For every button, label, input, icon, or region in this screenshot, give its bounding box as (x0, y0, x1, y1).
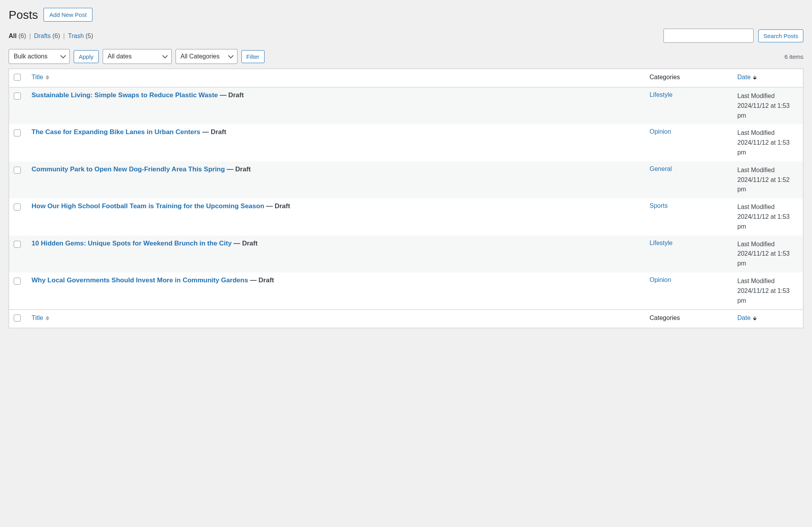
page-title: Posts (9, 8, 38, 22)
table-row: The Case for Expanding Bike Lanes in Urb… (9, 124, 803, 161)
column-date-sort[interactable]: Date (738, 74, 757, 81)
apply-button[interactable]: Apply (74, 50, 99, 63)
table-row: How Our High School Football Team is Tra… (9, 198, 803, 235)
post-title-link[interactable]: 10 Hidden Gems: Unique Spots for Weekend… (32, 240, 232, 247)
sort-icon (753, 316, 757, 320)
view-filters: All (6) | Drafts (6) | Trash (5) (9, 33, 93, 40)
column-date-label: Date (738, 74, 751, 81)
post-title-link[interactable]: The Case for Expanding Bike Lanes in Urb… (32, 128, 201, 136)
date-modified: Last Modified2024/11/12 at 1:53 pm (738, 276, 799, 305)
category-link[interactable]: General (650, 165, 672, 172)
column-title-label: Title (32, 74, 44, 81)
table-row: Community Park to Open New Dog-Friendly … (9, 162, 803, 198)
category-link[interactable]: Sports (650, 202, 668, 209)
sort-icon (45, 75, 49, 80)
column-title-sort[interactable]: Title (32, 74, 50, 81)
date-filter-select[interactable]: All dates (103, 49, 172, 64)
table-row: Why Local Governments Should Invest More… (9, 273, 803, 310)
row-checkbox[interactable] (14, 167, 21, 174)
post-status: — Draft (264, 202, 290, 210)
category-link[interactable]: Lifestyle (650, 240, 673, 246)
category-filter-select[interactable]: All Categories (176, 49, 237, 64)
row-checkbox[interactable] (14, 204, 21, 211)
post-title-link[interactable]: Sustainable Living: Simple Swaps to Redu… (32, 91, 218, 99)
filter-all-count: (6) (18, 33, 26, 39)
column-date-label: Date (738, 314, 751, 322)
posts-table: Title Categories Date Sustainable Living… (9, 69, 803, 328)
column-date-sort-bottom[interactable]: Date (738, 314, 757, 322)
category-link[interactable]: Opinion (650, 128, 671, 135)
date-modified: Last Modified2024/11/12 at 1:52 pm (738, 165, 799, 194)
post-title-link[interactable]: Community Park to Open New Dog-Friendly … (32, 165, 225, 173)
column-title-label: Title (32, 314, 44, 322)
row-checkbox[interactable] (14, 278, 21, 285)
date-modified: Last Modified2024/11/12 at 1:53 pm (738, 128, 799, 157)
table-row: 10 Hidden Gems: Unique Spots for Weekend… (9, 236, 803, 273)
category-link[interactable]: Opinion (650, 276, 671, 283)
filter-drafts-link[interactable]: Drafts (34, 33, 51, 39)
post-title-link[interactable]: Why Local Governments Should Invest More… (32, 276, 248, 284)
category-link[interactable]: Lifestyle (650, 91, 673, 98)
add-new-post-button[interactable]: Add New Post (44, 8, 92, 22)
separator: | (63, 33, 65, 40)
post-status: — Draft (200, 128, 226, 136)
filter-all-link[interactable]: All (9, 33, 16, 39)
column-categories-label: Categories (645, 69, 733, 87)
row-checkbox[interactable] (14, 129, 21, 136)
select-all-checkbox-top[interactable] (14, 74, 21, 81)
date-modified: Last Modified2024/11/12 at 1:53 pm (738, 91, 799, 120)
filter-button[interactable]: Filter (241, 50, 265, 63)
sort-icon (45, 316, 49, 320)
row-checkbox[interactable] (14, 241, 21, 248)
separator: | (29, 33, 31, 40)
post-title-link[interactable]: How Our High School Football Team is Tra… (32, 202, 265, 210)
post-status: — Draft (248, 276, 274, 284)
column-categories-label: Categories (645, 310, 733, 328)
bulk-actions-select[interactable]: Bulk actions (9, 49, 70, 64)
post-status: — Draft (218, 91, 244, 99)
search-posts-button[interactable]: Search Posts (758, 29, 803, 42)
filter-trash-count: (5) (85, 33, 93, 39)
item-count: 6 items (785, 53, 803, 65)
post-status: — Draft (232, 240, 257, 247)
date-modified: Last Modified2024/11/12 at 1:53 pm (738, 240, 799, 269)
column-title-sort-bottom[interactable]: Title (32, 314, 50, 322)
date-modified: Last Modified2024/11/12 at 1:53 pm (738, 202, 799, 231)
table-row: Sustainable Living: Simple Swaps to Redu… (9, 87, 803, 125)
row-checkbox[interactable] (14, 93, 21, 100)
post-status: — Draft (225, 165, 251, 173)
filter-trash-link[interactable]: Trash (68, 33, 83, 39)
sort-icon (753, 75, 757, 80)
search-input[interactable] (663, 29, 754, 43)
filter-drafts-count: (6) (53, 33, 60, 39)
select-all-checkbox-bottom[interactable] (14, 314, 21, 322)
